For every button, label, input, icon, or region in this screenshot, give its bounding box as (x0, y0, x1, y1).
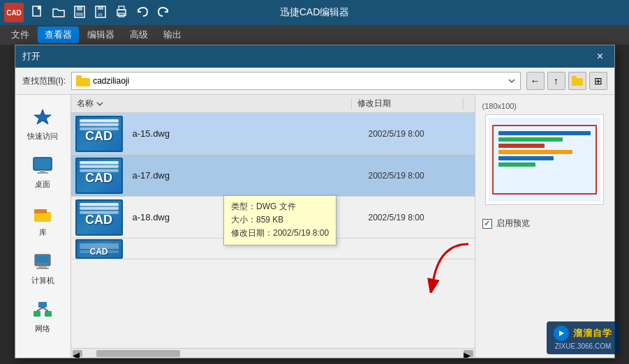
dialog-close-button[interactable]: × (593, 50, 607, 63)
hscroll-right[interactable]: ▶ (464, 350, 473, 357)
addressbar-buttons: ← ↑ ⊞ (526, 72, 607, 90)
dialog-addressbar: 查找范围(I): cadziliaoji ← ↑ ⊞ (15, 68, 614, 95)
file-icon-cell: CAD (71, 155, 127, 197)
file-row[interactable]: CAD a-18.dwg 2002/5/19 8:00 (71, 197, 475, 238)
preview-line-3 (498, 144, 545, 148)
file-row[interactable]: CAD a-15.dwg 2002/5/19 8:00 (71, 113, 475, 155)
preview-label: 启用预览 (496, 218, 530, 229)
column-name[interactable]: 名称 (71, 98, 352, 109)
menu-advanced[interactable]: 高级 (123, 26, 155, 43)
address-label: 查找范围(I): (22, 75, 66, 87)
menu-bar: 文件 查看器 编辑器 高级 输出 (0, 25, 629, 45)
dialog-body: 快速访问 桌面 库 计算机 (15, 95, 614, 358)
sidebar-quickaccess-label: 快速访问 (27, 131, 58, 142)
redo-icon[interactable] (155, 3, 172, 20)
address-input[interactable]: cadziliaoji (71, 72, 520, 90)
desktop-icon (31, 154, 54, 176)
menu-file[interactable]: 文件 (4, 26, 36, 43)
sidebar-item-library[interactable]: 库 (18, 198, 67, 242)
save-as-icon[interactable]: AS (92, 3, 109, 20)
computer-icon (31, 250, 54, 273)
nav-view-button[interactable]: ⊞ (589, 72, 607, 90)
preview-checkbox-check: ✓ (484, 219, 490, 228)
hscroll-left[interactable]: ◀ (73, 350, 82, 357)
preview-image-content (496, 128, 593, 191)
dialog-titlebar: 打开 × (15, 45, 614, 68)
preview-btn-area: ✓ 启用预览 (482, 218, 530, 229)
file-list: CAD a-15.dwg 2002/5/19 8:00 (71, 113, 475, 348)
file-name: a-15.dwg (127, 128, 363, 139)
sidebar-item-computer[interactable]: 计算机 (18, 246, 67, 290)
nav-up-button[interactable]: ↑ (547, 72, 565, 90)
preview-line-1 (498, 131, 591, 135)
app-title: 迅捷CAD编辑器 (280, 6, 350, 19)
file-icon-cell: CAD (71, 228, 127, 270)
print-icon[interactable] (113, 3, 130, 20)
preview-checkbox[interactable]: ✓ (482, 219, 492, 229)
svg-rect-5 (98, 6, 103, 10)
svg-rect-26 (45, 311, 52, 317)
file-list-area: 名称 修改日期 CAD (71, 95, 475, 358)
network-icon (31, 298, 54, 321)
svg-line-27 (37, 308, 43, 311)
sidebar-computer-label: 计算机 (31, 275, 54, 286)
file-icon-cell: CAD (71, 113, 127, 155)
file-date: 2002/5/19 8:00 (363, 171, 475, 181)
horizontal-scrollbar[interactable]: ◀ ▶ (71, 348, 475, 358)
svg-rect-16 (40, 170, 45, 172)
preview-line-6 (498, 162, 535, 167)
svg-rect-19 (34, 209, 47, 213)
svg-rect-25 (34, 311, 40, 317)
file-list-header: 名称 修改日期 (71, 95, 475, 113)
svg-rect-13 (572, 76, 577, 79)
sidebar-desktop-label: 桌面 (35, 179, 50, 190)
menu-editor[interactable]: 编辑器 (80, 26, 121, 43)
title-bar: CAD AS 迅捷CAD编辑器 (0, 0, 629, 25)
cad-text: CAD (85, 129, 112, 144)
watermark-top: 溜溜自学 (554, 326, 612, 341)
svg-text:AS: AS (98, 13, 103, 17)
save-icon[interactable] (71, 3, 88, 20)
new-icon[interactable] (29, 3, 46, 20)
svg-rect-21 (38, 266, 47, 268)
open-file-dialog: 打开 × 查找范围(I): cadziliaoji ← ↑ ⊞ (15, 45, 615, 358)
svg-marker-14 (34, 109, 51, 124)
file-row[interactable]: CAD (71, 238, 475, 259)
svg-rect-11 (76, 75, 82, 79)
preview-box (485, 114, 604, 205)
cad-text: CAD (90, 247, 108, 257)
watermark-url: ZIXUE.3066.COM (555, 342, 612, 350)
menu-viewer[interactable]: 查看器 (38, 26, 79, 43)
svg-rect-15 (34, 158, 52, 170)
cad-file-icon: CAD (75, 239, 123, 259)
nav-back-button[interactable]: ← (526, 72, 545, 90)
sidebar-library-label: 库 (39, 227, 47, 238)
star-icon (31, 106, 54, 128)
sidebar-item-desktop[interactable]: 桌面 (18, 150, 67, 194)
sidebar-item-quickaccess[interactable]: 快速访问 (18, 102, 67, 146)
hscroll-thumb[interactable] (96, 350, 180, 357)
watermark-play-icon (554, 326, 569, 341)
file-name: a-18.dwg (127, 212, 363, 222)
watermark-brand: 溜溜自学 (573, 327, 612, 340)
sidebar-item-network[interactable]: 网络 (18, 294, 67, 338)
svg-rect-22 (36, 268, 49, 269)
watermark: 溜溜自学 ZIXUE.3066.COM (547, 321, 619, 354)
menu-output[interactable]: 输出 (156, 26, 188, 43)
library-icon (31, 202, 54, 225)
open-folder-icon[interactable] (50, 3, 67, 20)
preview-image (489, 118, 600, 202)
nav-folder-button[interactable] (568, 72, 586, 90)
file-date: 2002/5/19 8:00 (363, 213, 475, 222)
undo-icon[interactable] (134, 3, 151, 20)
file-date: 2002/5/19 8:00 (363, 129, 475, 139)
svg-rect-18 (34, 212, 51, 222)
svg-marker-30 (559, 331, 564, 336)
svg-rect-17 (37, 172, 48, 174)
preview-line-5 (498, 156, 554, 160)
cad-text: CAD (85, 213, 112, 227)
column-date: 修改日期 (352, 98, 464, 109)
file-row[interactable]: CAD a-17.dwg 2002/5/19 8:00 (71, 155, 475, 197)
file-name: a-17.dwg (127, 170, 363, 181)
preview-line-4 (498, 150, 572, 154)
